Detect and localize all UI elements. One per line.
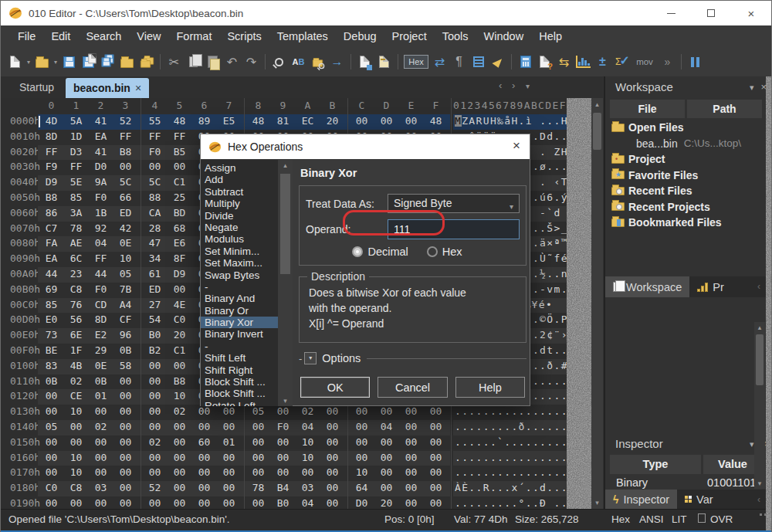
- hex-byte[interactable]: 00: [169, 452, 190, 463]
- hex-byte[interactable]: FF: [41, 146, 62, 158]
- hex-byte[interactable]: 00: [115, 405, 136, 417]
- tab-close-icon[interactable]: ×: [135, 82, 141, 94]
- hex-byte[interactable]: 0B: [41, 375, 62, 387]
- hex-byte[interactable]: D0: [90, 161, 111, 172]
- hex-byte[interactable]: 00: [169, 436, 190, 448]
- hex-byte[interactable]: B2: [144, 344, 165, 356]
- hex-byte[interactable]: FF: [169, 130, 190, 142]
- hex-byte[interactable]: 96: [115, 329, 136, 341]
- hex-byte[interactable]: B8: [169, 375, 190, 387]
- dock-tab-left-icon[interactable]: ‹: [757, 281, 760, 292]
- minimize-button[interactable]: [651, 1, 691, 25]
- hex-byte[interactable]: 10: [169, 390, 190, 402]
- hex-byte[interactable]: F0: [90, 191, 111, 203]
- dialog-close-icon[interactable]: ×: [513, 138, 520, 154]
- inspector-tab-left-icon[interactable]: ‹: [757, 494, 760, 505]
- file-info-icon[interactable]: ?: [535, 52, 554, 72]
- script-icon[interactable]: [374, 52, 394, 72]
- hex-byte[interactable]: 00: [322, 482, 343, 493]
- hex-byte[interactable]: 00: [90, 405, 111, 417]
- hex-byte[interactable]: 0B: [90, 375, 111, 387]
- hex-byte[interactable]: 00: [41, 452, 62, 463]
- hex-byte[interactable]: 00: [41, 466, 62, 478]
- options-expand-button[interactable]: ▾: [304, 352, 317, 364]
- template-icon[interactable]: [355, 52, 374, 72]
- inspector-dock-tab[interactable]: ϟ Inspector: [605, 490, 677, 509]
- hex-byte[interactable]: A4: [115, 299, 136, 310]
- inspector-scrollbar[interactable]: ▴ ▾: [754, 322, 765, 489]
- operation-item-block-shift[interactable]: Block Shift ...: [201, 388, 278, 399]
- tab-beacon-bin[interactable]: beacon.bin×: [66, 78, 149, 98]
- hex-byte[interactable]: 00: [169, 161, 190, 172]
- hex-byte[interactable]: 01: [218, 436, 239, 448]
- hex-byte[interactable]: 00: [273, 405, 293, 417]
- hex-byte[interactable]: 23: [66, 268, 86, 280]
- hex-byte[interactable]: 00: [169, 482, 190, 493]
- operation-item-binary-xor[interactable]: Binary Xor: [201, 317, 278, 328]
- hex-byte[interactable]: 00: [115, 390, 136, 402]
- hex-radio[interactable]: [427, 246, 438, 257]
- hex-byte[interactable]: 04: [90, 237, 111, 249]
- hex-byte[interactable]: B0: [144, 329, 165, 341]
- menu-tools[interactable]: Tools: [435, 25, 476, 47]
- file-column-header[interactable]: File: [610, 100, 685, 118]
- hex-byte[interactable]: D0: [351, 497, 372, 509]
- hex-byte[interactable]: B8: [41, 191, 62, 203]
- hex-byte[interactable]: D3: [66, 146, 86, 158]
- hex-byte[interactable]: E2: [90, 329, 111, 341]
- hex-byte[interactable]: 00: [248, 436, 269, 448]
- hex-byte[interactable]: 73: [41, 329, 62, 341]
- hex-byte[interactable]: 85: [41, 299, 62, 310]
- inspector-scroll-down-icon[interactable]: ▾: [754, 479, 765, 487]
- hex-byte[interactable]: 10: [297, 436, 318, 448]
- operation-item-binary-and[interactable]: Binary And: [201, 293, 278, 304]
- hex-byte[interactable]: 1D: [66, 130, 86, 142]
- menu-scripts[interactable]: Scripts: [219, 25, 269, 47]
- tree-item-bookmarked-files[interactable]: Bookmarked Files: [605, 215, 772, 231]
- hex-byte[interactable]: 25: [169, 191, 190, 203]
- sync-view-icon[interactable]: ⇄: [430, 52, 449, 72]
- scrollbar-thumb[interactable]: [593, 113, 601, 150]
- replace-icon[interactable]: AB: [289, 52, 308, 72]
- goto-icon[interactable]: →: [327, 52, 347, 72]
- tree-item-bea-bin[interactable]: bea...binC:\Us...ktop\: [605, 136, 772, 152]
- hex-byte[interactable]: 1F: [66, 344, 86, 356]
- hex-byte[interactable]: 66: [115, 191, 136, 203]
- hex-byte[interactable]: 6E: [66, 329, 86, 341]
- hex-byte[interactable]: 00: [248, 466, 269, 478]
- hex-byte[interactable]: 00: [115, 466, 136, 478]
- hex-byte[interactable]: 20: [322, 115, 343, 127]
- hex-byte[interactable]: CE: [66, 390, 86, 402]
- operation-item-multiply[interactable]: Multiply: [201, 198, 278, 209]
- check-evaluate-icon[interactable]: Σ✓: [612, 52, 631, 72]
- hex-byte[interactable]: 0B: [115, 344, 136, 356]
- hex-byte[interactable]: 69: [41, 283, 62, 295]
- hex-byte[interactable]: 10: [115, 252, 136, 264]
- menu-templates[interactable]: Templates: [269, 25, 336, 47]
- highlight-icon[interactable]: [488, 52, 507, 72]
- hex-byte[interactable]: C7: [41, 222, 62, 234]
- save-as-icon[interactable]: [79, 52, 98, 72]
- hex-byte[interactable]: FF: [144, 130, 165, 142]
- hex-byte[interactable]: 47: [144, 237, 165, 249]
- hex-byte[interactable]: 00: [144, 466, 165, 478]
- hex-byte[interactable]: 00: [322, 497, 343, 509]
- treat-data-as-select[interactable]: Signed Byte ▾: [388, 194, 520, 213]
- hex-byte[interactable]: 8D: [41, 130, 62, 142]
- hex-byte[interactable]: F9: [41, 161, 62, 172]
- hex-byte[interactable]: 00: [401, 436, 422, 448]
- hex-byte[interactable]: 00: [425, 436, 446, 448]
- hex-byte[interactable]: 61: [144, 268, 165, 280]
- hex-byte[interactable]: 05: [248, 405, 269, 417]
- hex-byte[interactable]: 00: [273, 466, 293, 478]
- type-column-header[interactable]: Type: [610, 455, 701, 474]
- hex-byte[interactable]: 00: [115, 421, 136, 432]
- hex-byte[interactable]: 00: [401, 466, 422, 478]
- hex-byte[interactable]: 89: [194, 115, 215, 127]
- hex-byte[interactable]: EA: [41, 252, 62, 264]
- hex-byte[interactable]: E0: [41, 313, 62, 325]
- workspace-close-icon[interactable]: ×: [760, 81, 767, 93]
- hex-byte[interactable]: 00: [351, 452, 372, 463]
- tab-scroll-right-icon[interactable]: ›: [512, 80, 515, 91]
- hex-byte[interactable]: 00: [218, 497, 239, 509]
